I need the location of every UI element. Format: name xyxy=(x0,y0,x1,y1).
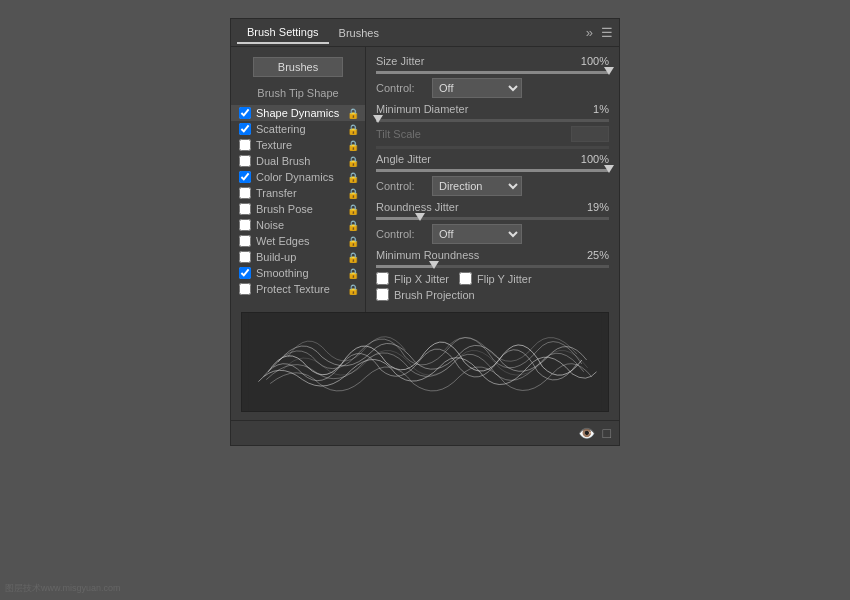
brush-preview xyxy=(241,312,609,412)
checkbox-scattering[interactable] xyxy=(239,123,251,135)
control1-select[interactable]: Off Fade Pen Pressure Pen Tilt Stylus Wh… xyxy=(432,78,522,98)
bottom-bar: 👁️ □ xyxy=(231,420,619,445)
sidebar-item-scattering[interactable]: Scattering 🔒 xyxy=(231,121,365,137)
lock-icon-scattering: 🔒 xyxy=(347,124,359,135)
tab-brushes[interactable]: Brushes xyxy=(329,23,389,43)
min-roundness-slider[interactable] xyxy=(376,265,609,268)
sidebar-item-smoothing[interactable]: Smoothing 🔒 xyxy=(231,265,365,281)
roundness-jitter-fill xyxy=(376,217,420,220)
min-roundness-label: Minimum Roundness xyxy=(376,249,569,261)
label-texture: Texture xyxy=(256,139,292,151)
lock-icon-color-dynamics: 🔒 xyxy=(347,172,359,183)
brushes-button[interactable]: Brushes xyxy=(253,57,343,77)
checkbox-texture[interactable] xyxy=(239,139,251,151)
size-jitter-label: Size Jitter xyxy=(376,55,569,67)
tilt-scale-label: Tilt Scale xyxy=(376,128,571,140)
label-smoothing: Smoothing xyxy=(256,267,309,279)
sidebar-item-protect-texture[interactable]: Protect Texture 🔒 xyxy=(231,281,365,297)
visibility-icon[interactable]: 👁️ xyxy=(578,425,595,441)
label-color-dynamics: Color Dynamics xyxy=(256,171,334,183)
size-jitter-slider[interactable] xyxy=(376,71,609,74)
brush-projection-checkbox[interactable] xyxy=(376,288,389,301)
checkbox-shape-dynamics[interactable] xyxy=(239,107,251,119)
tilt-section: Tilt Scale xyxy=(376,126,609,149)
roundness-jitter-label: Roundness Jitter xyxy=(376,201,569,213)
min-diameter-slider[interactable] xyxy=(376,119,609,122)
min-diameter-thumb xyxy=(373,115,383,123)
preview-svg xyxy=(242,313,608,411)
min-roundness-value: 25% xyxy=(569,249,609,261)
label-wet-edges: Wet Edges xyxy=(256,235,310,247)
sidebar-item-dual-brush[interactable]: Dual Brush 🔒 xyxy=(231,153,365,169)
size-jitter-value: 100% xyxy=(569,55,609,67)
roundness-jitter-slider[interactable] xyxy=(376,217,609,220)
flip-y-row: Flip Y Jitter xyxy=(459,272,532,285)
sidebar-item-wet-edges[interactable]: Wet Edges 🔒 xyxy=(231,233,365,249)
min-diameter-row: Minimum Diameter 1% xyxy=(376,103,609,115)
lock-icon-texture: 🔒 xyxy=(347,140,359,151)
label-transfer: Transfer xyxy=(256,187,297,199)
tilt-scale-input xyxy=(571,126,609,142)
min-diameter-value: 1% xyxy=(569,103,609,115)
checkbox-dual-brush[interactable] xyxy=(239,155,251,167)
angle-jitter-value: 100% xyxy=(569,153,609,165)
flip-y-checkbox[interactable] xyxy=(459,272,472,285)
checkbox-noise[interactable] xyxy=(239,219,251,231)
panel-body: Brushes Brush Tip Shape Shape Dynamics 🔒… xyxy=(231,47,619,312)
lock-icon-noise: 🔒 xyxy=(347,220,359,231)
angle-jitter-slider[interactable] xyxy=(376,169,609,172)
label-dual-brush: Dual Brush xyxy=(256,155,310,167)
checkbox-transfer[interactable] xyxy=(239,187,251,199)
lock-icon-protect-texture: 🔒 xyxy=(347,284,359,295)
label-scattering: Scattering xyxy=(256,123,306,135)
lock-icon-transfer: 🔒 xyxy=(347,188,359,199)
control3-label: Control: xyxy=(376,228,426,240)
add-icon[interactable]: □ xyxy=(603,425,611,441)
label-shape-dynamics: Shape Dynamics xyxy=(256,107,339,119)
angle-jitter-label: Angle Jitter xyxy=(376,153,569,165)
flip-x-label: Flip X Jitter xyxy=(394,273,449,285)
tilt-scale-row: Tilt Scale xyxy=(376,126,609,142)
sidebar-item-color-dynamics[interactable]: Color Dynamics 🔒 xyxy=(231,169,365,185)
checkbox-color-dynamics[interactable] xyxy=(239,171,251,183)
checkbox-protect-texture[interactable] xyxy=(239,283,251,295)
control3-select[interactable]: Off Fade Direction Pen Pressure xyxy=(432,224,522,244)
flip-x-row: Flip X Jitter xyxy=(376,272,449,285)
tilt-scale-slider xyxy=(376,146,609,149)
sidebar-item-brush-pose[interactable]: Brush Pose 🔒 xyxy=(231,201,365,217)
tab-brush-settings[interactable]: Brush Settings xyxy=(237,22,329,44)
checkbox-brush-pose[interactable] xyxy=(239,203,251,215)
min-roundness-thumb xyxy=(429,261,439,269)
lock-icon-wet-edges: 🔒 xyxy=(347,236,359,247)
min-roundness-row: Minimum Roundness 25% xyxy=(376,249,609,261)
watermark: 图层技术www.misgyuan.com xyxy=(5,582,121,595)
brush-projection-label: Brush Projection xyxy=(394,289,475,301)
min-roundness-fill xyxy=(376,265,434,268)
label-protect-texture: Protect Texture xyxy=(256,283,330,295)
sidebar-item-noise[interactable]: Noise 🔒 xyxy=(231,217,365,233)
flip-x-checkbox[interactable] xyxy=(376,272,389,285)
min-diameter-label: Minimum Diameter xyxy=(376,103,569,115)
menu-icon[interactable]: ☰ xyxy=(601,25,613,40)
label-buildup: Build-up xyxy=(256,251,296,263)
lock-icon-buildup: 🔒 xyxy=(347,252,359,263)
angle-jitter-thumb xyxy=(604,165,614,173)
checkbox-buildup[interactable] xyxy=(239,251,251,263)
sidebar-item-texture[interactable]: Texture 🔒 xyxy=(231,137,365,153)
sidebar: Brushes Brush Tip Shape Shape Dynamics 🔒… xyxy=(231,47,366,312)
lock-icon: 🔒 xyxy=(347,108,359,119)
roundness-jitter-thumb xyxy=(415,213,425,221)
control2-select[interactable]: Off Fade Direction Pen Pressure Pen Tilt xyxy=(432,176,522,196)
forward-icon[interactable]: » xyxy=(586,25,593,40)
sidebar-item-shape-dynamics[interactable]: Shape Dynamics 🔒 xyxy=(231,105,365,121)
sidebar-item-buildup[interactable]: Build-up 🔒 xyxy=(231,249,365,265)
panel-icons: » ☰ xyxy=(586,25,613,40)
svg-rect-0 xyxy=(249,313,602,411)
lock-icon-dual-brush: 🔒 xyxy=(347,156,359,167)
flip-y-label: Flip Y Jitter xyxy=(477,273,532,285)
roundness-jitter-value: 19% xyxy=(569,201,609,213)
angle-jitter-row: Angle Jitter 100% xyxy=(376,153,609,165)
checkbox-smoothing[interactable] xyxy=(239,267,251,279)
sidebar-item-transfer[interactable]: Transfer 🔒 xyxy=(231,185,365,201)
checkbox-wet-edges[interactable] xyxy=(239,235,251,247)
